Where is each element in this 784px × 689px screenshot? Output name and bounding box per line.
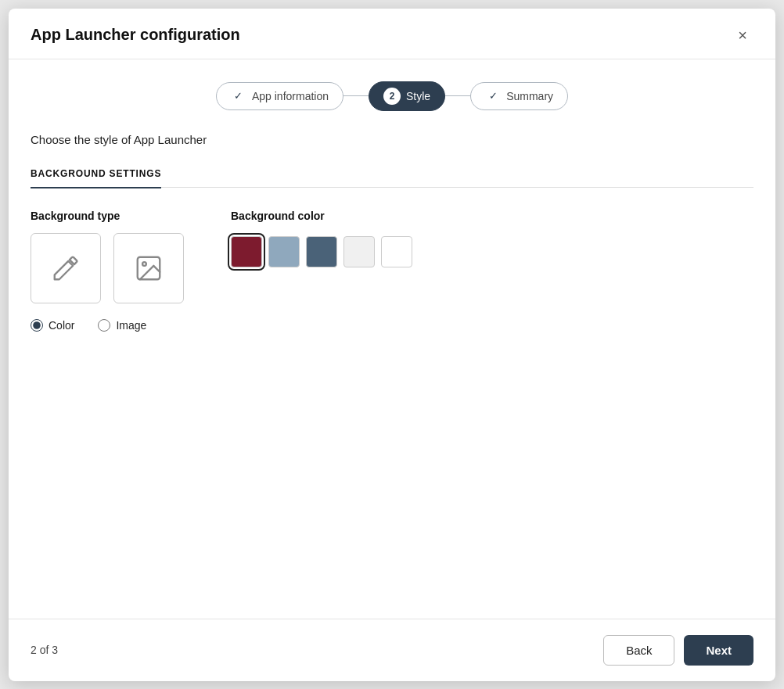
modal-body: ✓ App information 2 Style ✓ Summary Choo… [9, 59, 775, 619]
radio-label-image[interactable]: Image [98, 319, 146, 332]
tabs-bar: BACKGROUND SETTINGS [31, 160, 753, 188]
svg-point-1 [142, 262, 146, 266]
modal-title: App Launcher configuration [31, 26, 240, 44]
close-button[interactable]: × [732, 24, 753, 46]
background-type-options [31, 233, 184, 303]
bg-type-card-image[interactable] [113, 233, 184, 303]
bg-type-card-color[interactable] [31, 233, 101, 303]
page-subtitle: Choose the style of App Launcher [31, 133, 753, 146]
modal-container: App Launcher configuration × ✓ App infor… [9, 9, 775, 681]
step-connector-2 [445, 95, 470, 97]
paint-brush-icon [51, 253, 81, 283]
background-type-label: Background type [31, 210, 184, 222]
step-label-app-information: App information [252, 90, 329, 102]
radio-image[interactable] [98, 319, 110, 332]
radio-label-color[interactable]: Color [31, 319, 74, 332]
radio-group-bg-type: Color Image [31, 319, 184, 332]
radio-color[interactable] [31, 319, 43, 332]
color-swatches [231, 236, 412, 267]
check-icon-step3: ✓ [485, 88, 501, 104]
radio-color-text: Color [49, 319, 74, 332]
background-color-section: Background color [231, 210, 412, 267]
color-swatch-3[interactable] [306, 236, 337, 267]
step-badge-style: 2 [383, 88, 401, 105]
step-connector-1 [343, 95, 369, 97]
tab-background-settings[interactable]: BACKGROUND SETTINGS [31, 160, 161, 188]
check-icon-step1: ✓ [231, 88, 246, 104]
color-swatch-2[interactable] [268, 236, 300, 267]
back-button[interactable]: Back [603, 635, 674, 666]
step-label-style: Style [406, 90, 430, 102]
image-icon [134, 253, 164, 283]
radio-image-text: Image [116, 319, 146, 332]
settings-row: Background type [31, 210, 753, 332]
modal-header: App Launcher configuration × [9, 9, 775, 59]
color-swatch-5[interactable] [381, 236, 412, 267]
modal-footer: 2 of 3 Back Next [9, 619, 775, 681]
stepper: ✓ App information 2 Style ✓ Summary [31, 81, 753, 111]
footer-buttons: Back Next [603, 635, 753, 666]
step-label-summary: Summary [506, 90, 553, 102]
color-swatch-4[interactable] [343, 236, 375, 267]
step-app-information[interactable]: ✓ App information [216, 82, 343, 110]
background-color-label: Background color [231, 210, 412, 222]
next-button[interactable]: Next [684, 635, 753, 666]
background-type-section: Background type [31, 210, 184, 332]
step-style[interactable]: 2 Style [369, 81, 445, 111]
page-indicator: 2 of 3 [31, 644, 58, 656]
color-swatch-1[interactable] [231, 236, 262, 267]
step-summary[interactable]: ✓ Summary [470, 82, 568, 110]
